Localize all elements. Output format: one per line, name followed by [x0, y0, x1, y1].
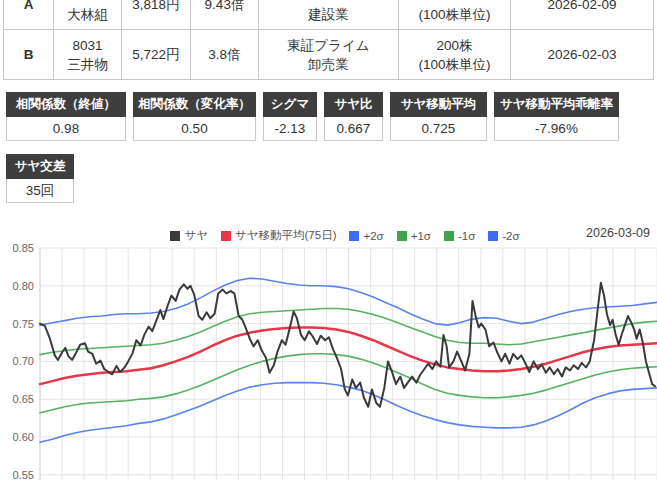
stat-saya-cross: サヤ交差 35回 — [6, 154, 74, 203]
legend-swatch-icon — [444, 231, 454, 241]
cell-date: 2026-02-03 — [511, 30, 654, 80]
y-axis-tick-label: 0.70 — [13, 355, 34, 367]
stat-label: シグマ — [263, 92, 317, 117]
saya-chart-plot[interactable]: 0.850.800.750.700.650.600.55 — [0, 240, 657, 480]
cell-stock-name: 8031 三井物 — [54, 30, 122, 80]
chart-date-label: 2026-03-09 — [586, 226, 650, 240]
cell-ratio: 9.43倍 — [191, 0, 259, 30]
pair-trading-page: A 大林組 3,818円 9.43倍 建設業 (100株単位) 2026-02-… — [0, 0, 657, 480]
stat-label: 相関係数（終値） — [6, 92, 126, 117]
cell-market-industry: 建設業 — [259, 0, 399, 30]
cell-row-label: B — [4, 30, 54, 80]
stat-sigma: シグマ -2.13 — [263, 92, 317, 141]
stat-correlation-close: 相関係数（終値） 0.98 — [6, 92, 126, 141]
cell-market-industry: 東証プライム 卸売業 — [259, 30, 399, 80]
stock-code: 8031 — [54, 36, 121, 55]
cell-share-unit: 200株 (100株単位) — [399, 30, 511, 80]
legend-swatch-icon — [488, 231, 498, 241]
stat-saya-ma: サヤ移動平均 0.725 — [390, 92, 487, 141]
legend-swatch-icon — [170, 231, 180, 241]
stat-label: サヤ比 — [324, 92, 383, 117]
legend-swatch-icon — [349, 231, 359, 241]
cell-share-unit: (100株単位) — [399, 0, 511, 30]
stat-value: 35回 — [6, 179, 74, 203]
legend-swatch-icon — [221, 231, 231, 241]
y-axis-tick-label: 0.80 — [13, 280, 34, 292]
share-unit: (100株単位) — [399, 55, 510, 74]
stats-row-1: 相関係数（終値） 0.98 相関係数（変化率） 0.50 シグマ -2.13 サ… — [6, 92, 619, 141]
cell-ratio: 3.8倍 — [191, 30, 259, 80]
cell-price: 3,818円 — [122, 0, 191, 30]
table-row-stock-b: B 8031 三井物 5,722円 3.8倍 東証プライム 卸売業 200株 (… — [4, 30, 654, 80]
y-axis-tick-label: 0.60 — [13, 431, 34, 443]
industry-name: 卸売業 — [259, 55, 398, 74]
industry-name: 建設業 — [259, 5, 398, 24]
stat-value: 0.725 — [390, 117, 487, 141]
y-axis-tick-label: 0.75 — [13, 318, 34, 330]
share-unit: (100株単位) — [399, 5, 510, 24]
y-axis-tick-label: 0.55 — [13, 469, 34, 480]
stat-value: -2.13 — [263, 117, 317, 141]
y-axis-tick-label: 0.85 — [13, 242, 34, 254]
stat-value: -7.96% — [494, 117, 619, 141]
stock-name: 三井物 — [54, 55, 121, 74]
stat-label: サヤ移動平均 — [390, 92, 487, 117]
stock-name: 大林組 — [54, 5, 121, 24]
stat-saya-ma-deviation: サヤ移動平均乖離率 -7.96% — [494, 92, 619, 141]
cell-row-label: A — [4, 0, 54, 30]
y-axis-tick-label: 0.65 — [13, 393, 34, 405]
stat-value: 0.667 — [324, 117, 383, 141]
stat-label: サヤ交差 — [6, 154, 74, 179]
cell-stock-name: 大林組 — [54, 0, 122, 30]
stat-saya-ratio: サヤ比 0.667 — [324, 92, 383, 141]
stat-value: 0.98 — [6, 117, 126, 141]
legend-swatch-icon — [397, 231, 407, 241]
stats-row-2: サヤ交差 35回 — [6, 154, 74, 203]
market-name: 東証プライム — [259, 36, 398, 55]
stat-correlation-change: 相関係数（変化率） 0.50 — [133, 92, 256, 141]
share-count: 200株 — [399, 36, 510, 55]
stock-pair-table: A 大林組 3,818円 9.43倍 建設業 (100株単位) 2026-02-… — [3, 0, 654, 80]
table-row-stock-a: A 大林組 3,818円 9.43倍 建設業 (100株単位) 2026-02-… — [4, 0, 654, 30]
series-line-サヤ — [40, 283, 655, 407]
cell-price: 5,722円 — [122, 30, 191, 80]
stat-value: 0.50 — [133, 117, 256, 141]
stat-label: サヤ移動平均乖離率 — [494, 92, 619, 117]
cell-date: 2026-02-09 — [511, 0, 654, 30]
stat-label: 相関係数（変化率） — [133, 92, 256, 117]
